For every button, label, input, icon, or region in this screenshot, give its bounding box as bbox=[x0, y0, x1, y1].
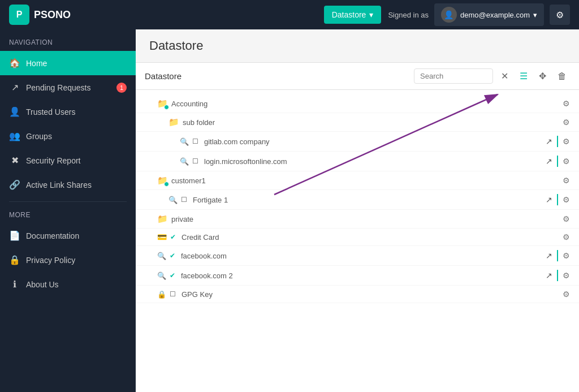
group-icon: 👥 bbox=[9, 131, 20, 141]
security-icon: ✖ bbox=[9, 155, 20, 166]
sidebar-item-trusted[interactable]: 👤 Trusted Users bbox=[0, 100, 136, 124]
teal-divider bbox=[557, 250, 558, 261]
sidebar-item-security[interactable]: ✖ Security Report bbox=[0, 148, 136, 173]
gear-button[interactable]: ⚙ bbox=[563, 195, 570, 204]
item-actions: ⚙ bbox=[563, 214, 570, 223]
item-label: private bbox=[171, 215, 559, 223]
tree-item: 📁 Accounting ⚙ bbox=[136, 94, 579, 113]
gear-button[interactable]: ⚙ bbox=[563, 214, 570, 223]
tree-item: 📁 sub folder ⚙ bbox=[136, 113, 579, 132]
datastore-dropdown-button[interactable]: Datastore ▾ bbox=[324, 6, 382, 24]
tree-container: 📁 Accounting ⚙ 📁 sub folder ⚙ bbox=[136, 90, 579, 308]
sidebar-item-shares[interactable]: 🔗 Active Link Shares bbox=[0, 173, 136, 197]
gear-button[interactable]: ⚙ bbox=[563, 176, 570, 185]
tree-item: 📁 customer1 ⚙ bbox=[136, 171, 579, 190]
sidebar-item-label: About Us bbox=[26, 280, 59, 289]
close-icon: ✕ bbox=[501, 71, 508, 81]
item-actions: ↗ ⚙ bbox=[546, 136, 570, 147]
sidebar-item-pending[interactable]: ↗ Pending Requests 1 bbox=[0, 75, 136, 100]
datastore-panel: Datastore ✕ ☰ ✥ 🗑 bbox=[136, 63, 579, 392]
sidebar-item-home[interactable]: 🏠 Home bbox=[0, 51, 136, 75]
item-label: facebook.com 2 bbox=[181, 272, 542, 280]
external-link-button[interactable]: ↗ bbox=[546, 137, 552, 146]
item-label: customer1 bbox=[171, 176, 559, 185]
link-icon: 🔗 bbox=[9, 179, 20, 190]
menu-button[interactable]: ☰ bbox=[516, 68, 531, 84]
external-link-button[interactable]: ↗ bbox=[546, 195, 552, 204]
tree-item: 🔒 ☐ GPG Key ⚙ bbox=[136, 286, 579, 303]
main-layout: Navigation 🏠 Home ↗ Pending Requests 1 👤… bbox=[0, 29, 579, 392]
panel-toolbar: Datastore ✕ ☰ ✥ 🗑 bbox=[136, 63, 579, 90]
logo-area: P PSONO bbox=[9, 5, 317, 25]
tree-item: 🔍 ✔ facebook.com 2 ↗ ⚙ bbox=[136, 266, 579, 286]
gear-button[interactable]: ⚙ bbox=[563, 290, 570, 299]
checkbox-icon: ☐ bbox=[192, 137, 198, 145]
folder-icon: 📁 bbox=[157, 98, 168, 109]
lock-icon: 🔒 bbox=[9, 255, 20, 265]
checkbox-checked-icon: ✔ bbox=[170, 272, 175, 279]
header: P PSONO Datastore ▾ Signed in as 👤 demo@… bbox=[0, 0, 579, 29]
sidebar-item-privacy[interactable]: 🔒 Privacy Policy bbox=[0, 248, 136, 272]
gear-button[interactable]: ⚙ bbox=[563, 232, 570, 242]
delete-button[interactable]: 🗑 bbox=[554, 69, 570, 84]
item-label: Fortigate 1 bbox=[193, 196, 542, 204]
sidebar-item-label: Pending Requests bbox=[26, 83, 90, 92]
tree-item: 🔍 ☐ login.microsoftonline.com ↗ ⚙ bbox=[136, 152, 579, 171]
gear-button[interactable]: ⚙ bbox=[563, 118, 570, 127]
teal-divider bbox=[557, 136, 558, 147]
sidebar-item-groups[interactable]: 👥 Groups bbox=[0, 124, 136, 148]
search-icon: 🔍 bbox=[157, 272, 166, 280]
gear-button[interactable]: ⚙ bbox=[563, 251, 570, 260]
item-label: GPG Key bbox=[182, 290, 559, 299]
search-icon: 🔍 bbox=[180, 137, 189, 146]
search-icon: 🔍 bbox=[168, 196, 178, 204]
tree-item: 💳 ✔ Credit Card ⚙ bbox=[136, 229, 579, 246]
teal-divider bbox=[557, 194, 558, 205]
doc-icon: 📄 bbox=[9, 230, 20, 241]
gear-button[interactable]: ⚙ bbox=[563, 157, 570, 166]
item-label: gitlab.com company bbox=[204, 137, 542, 146]
tree-item: 📁 private ⚙ bbox=[136, 210, 579, 229]
chevron-down-icon: ▾ bbox=[369, 10, 373, 19]
move-icon: ✥ bbox=[539, 71, 546, 81]
user-icon: 👤 bbox=[9, 106, 20, 117]
logo-icon: P bbox=[9, 5, 29, 25]
checkbox-icon: ☐ bbox=[192, 157, 198, 165]
item-label: Credit Card bbox=[182, 233, 559, 242]
external-link-button[interactable]: ↗ bbox=[546, 271, 552, 280]
checkbox-checked-icon: ✔ bbox=[170, 252, 175, 260]
gear-button[interactable]: ⚙ bbox=[563, 99, 570, 108]
item-actions: ⚙ bbox=[563, 232, 570, 242]
item-actions: ↗ ⚙ bbox=[546, 194, 570, 205]
item-label: login.microsoftonline.com bbox=[204, 157, 542, 166]
item-actions: ↗ ⚙ bbox=[546, 250, 570, 261]
content-area: Datastore Datastore ✕ ☰ ✥ 🗑 bbox=[136, 29, 579, 392]
folder-icon: 📁 bbox=[157, 175, 168, 186]
move-button[interactable]: ✥ bbox=[535, 68, 550, 84]
search-icon: 🔍 bbox=[157, 252, 166, 260]
tree-item: 🔍 ☐ Fortigate 1 ↗ ⚙ bbox=[136, 190, 579, 210]
home-icon: 🏠 bbox=[9, 58, 20, 68]
sidebar-item-docs[interactable]: 📄 Documentation bbox=[0, 223, 136, 248]
search-input[interactable] bbox=[414, 68, 493, 84]
pending-badge: 1 bbox=[116, 83, 127, 93]
avatar: 👤 bbox=[441, 7, 457, 23]
item-actions: ↗ ⚙ bbox=[546, 156, 570, 167]
gear-button[interactable]: ⚙ bbox=[563, 271, 570, 280]
folder-icon: 📁 bbox=[168, 117, 179, 127]
item-actions: ⚙ bbox=[563, 290, 570, 299]
user-dropdown-button[interactable]: 👤 demo@example.com ▾ bbox=[434, 3, 544, 26]
page-title: Datastore bbox=[136, 29, 579, 63]
gear-button[interactable]: ⚙ bbox=[563, 137, 570, 146]
signed-in-label: Signed in as bbox=[388, 11, 429, 19]
sidebar-item-about[interactable]: ℹ About Us bbox=[0, 272, 136, 296]
datastore-btn-label: Datastore bbox=[332, 10, 366, 19]
item-actions: ⚙ bbox=[563, 99, 570, 108]
external-link-button[interactable]: ↗ bbox=[546, 157, 552, 166]
item-actions: ⚙ bbox=[563, 118, 570, 127]
teal-divider bbox=[557, 270, 558, 281]
search-clear-button[interactable]: ✕ bbox=[498, 68, 512, 84]
settings-button[interactable]: ⚙ bbox=[550, 5, 570, 25]
tree-item: 🔍 ✔ facebook.com ↗ ⚙ bbox=[136, 246, 579, 266]
external-link-button[interactable]: ↗ bbox=[546, 251, 552, 260]
